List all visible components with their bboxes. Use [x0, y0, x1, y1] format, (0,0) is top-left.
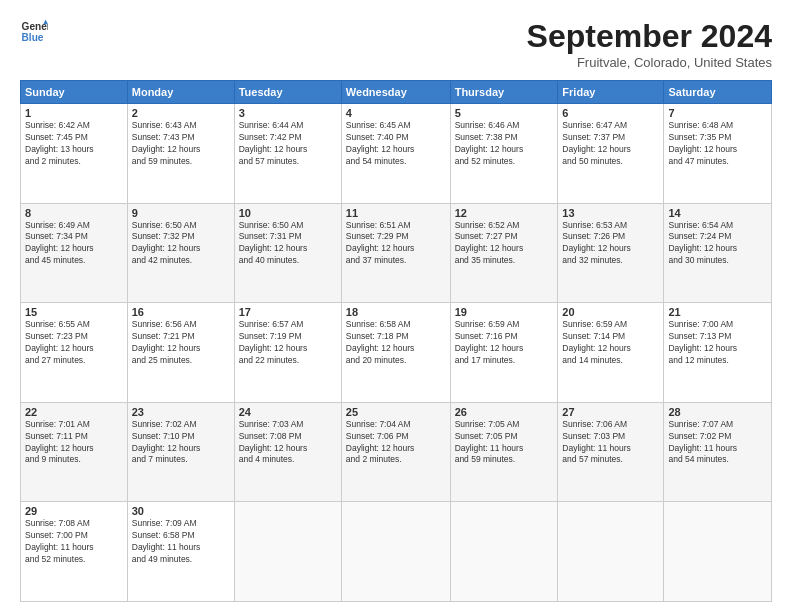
day-info: Sunrise: 7:07 AM Sunset: 7:02 PM Dayligh… [668, 419, 767, 467]
table-row: 24Sunrise: 7:03 AM Sunset: 7:08 PM Dayli… [234, 402, 341, 502]
day-info: Sunrise: 6:56 AM Sunset: 7:21 PM Dayligh… [132, 319, 230, 367]
day-number: 15 [25, 306, 123, 318]
day-number: 30 [132, 505, 230, 517]
day-info: Sunrise: 7:01 AM Sunset: 7:11 PM Dayligh… [25, 419, 123, 467]
day-info: Sunrise: 7:00 AM Sunset: 7:13 PM Dayligh… [668, 319, 767, 367]
day-number: 20 [562, 306, 659, 318]
table-row: 27Sunrise: 7:06 AM Sunset: 7:03 PM Dayli… [558, 402, 664, 502]
week-row-5: 29Sunrise: 7:08 AM Sunset: 7:00 PM Dayli… [21, 502, 772, 602]
week-row-3: 15Sunrise: 6:55 AM Sunset: 7:23 PM Dayli… [21, 303, 772, 403]
logo-icon: General Blue [20, 18, 48, 46]
col-thursday: Thursday [450, 81, 558, 104]
table-row [450, 502, 558, 602]
day-number: 23 [132, 406, 230, 418]
table-row: 30Sunrise: 7:09 AM Sunset: 6:58 PM Dayli… [127, 502, 234, 602]
day-number: 27 [562, 406, 659, 418]
table-row: 1Sunrise: 6:42 AM Sunset: 7:45 PM Daylig… [21, 104, 128, 204]
svg-text:Blue: Blue [22, 32, 44, 43]
day-info: Sunrise: 6:47 AM Sunset: 7:37 PM Dayligh… [562, 120, 659, 168]
calendar-table: Sunday Monday Tuesday Wednesday Thursday… [20, 80, 772, 602]
day-info: Sunrise: 6:58 AM Sunset: 7:18 PM Dayligh… [346, 319, 446, 367]
column-headers: Sunday Monday Tuesday Wednesday Thursday… [21, 81, 772, 104]
day-info: Sunrise: 6:54 AM Sunset: 7:24 PM Dayligh… [668, 220, 767, 268]
col-wednesday: Wednesday [341, 81, 450, 104]
table-row [341, 502, 450, 602]
table-row: 10Sunrise: 6:50 AM Sunset: 7:31 PM Dayli… [234, 203, 341, 303]
day-number: 28 [668, 406, 767, 418]
day-number: 9 [132, 207, 230, 219]
table-row: 28Sunrise: 7:07 AM Sunset: 7:02 PM Dayli… [664, 402, 772, 502]
day-info: Sunrise: 7:06 AM Sunset: 7:03 PM Dayligh… [562, 419, 659, 467]
day-number: 12 [455, 207, 554, 219]
day-info: Sunrise: 6:59 AM Sunset: 7:16 PM Dayligh… [455, 319, 554, 367]
location-subtitle: Fruitvale, Colorado, United States [527, 55, 772, 70]
table-row: 15Sunrise: 6:55 AM Sunset: 7:23 PM Dayli… [21, 303, 128, 403]
table-row: 25Sunrise: 7:04 AM Sunset: 7:06 PM Dayli… [341, 402, 450, 502]
table-row [234, 502, 341, 602]
month-title: September 2024 [527, 18, 772, 55]
day-info: Sunrise: 7:05 AM Sunset: 7:05 PM Dayligh… [455, 419, 554, 467]
table-row [664, 502, 772, 602]
col-friday: Friday [558, 81, 664, 104]
logo: General Blue [20, 18, 48, 46]
day-info: Sunrise: 6:55 AM Sunset: 7:23 PM Dayligh… [25, 319, 123, 367]
table-row: 12Sunrise: 6:52 AM Sunset: 7:27 PM Dayli… [450, 203, 558, 303]
table-row: 21Sunrise: 7:00 AM Sunset: 7:13 PM Dayli… [664, 303, 772, 403]
table-row: 26Sunrise: 7:05 AM Sunset: 7:05 PM Dayli… [450, 402, 558, 502]
table-row: 3Sunrise: 6:44 AM Sunset: 7:42 PM Daylig… [234, 104, 341, 204]
day-info: Sunrise: 7:03 AM Sunset: 7:08 PM Dayligh… [239, 419, 337, 467]
col-sunday: Sunday [21, 81, 128, 104]
day-info: Sunrise: 6:59 AM Sunset: 7:14 PM Dayligh… [562, 319, 659, 367]
day-info: Sunrise: 6:49 AM Sunset: 7:34 PM Dayligh… [25, 220, 123, 268]
day-info: Sunrise: 6:50 AM Sunset: 7:31 PM Dayligh… [239, 220, 337, 268]
table-row: 4Sunrise: 6:45 AM Sunset: 7:40 PM Daylig… [341, 104, 450, 204]
day-number: 19 [455, 306, 554, 318]
day-info: Sunrise: 6:52 AM Sunset: 7:27 PM Dayligh… [455, 220, 554, 268]
day-info: Sunrise: 6:57 AM Sunset: 7:19 PM Dayligh… [239, 319, 337, 367]
week-row-2: 8Sunrise: 6:49 AM Sunset: 7:34 PM Daylig… [21, 203, 772, 303]
day-number: 8 [25, 207, 123, 219]
day-number: 1 [25, 107, 123, 119]
day-number: 17 [239, 306, 337, 318]
day-number: 4 [346, 107, 446, 119]
table-row: 8Sunrise: 6:49 AM Sunset: 7:34 PM Daylig… [21, 203, 128, 303]
header: General Blue September 2024 Fruitvale, C… [20, 18, 772, 70]
table-row: 22Sunrise: 7:01 AM Sunset: 7:11 PM Dayli… [21, 402, 128, 502]
day-info: Sunrise: 6:44 AM Sunset: 7:42 PM Dayligh… [239, 120, 337, 168]
day-number: 5 [455, 107, 554, 119]
table-row: 23Sunrise: 7:02 AM Sunset: 7:10 PM Dayli… [127, 402, 234, 502]
day-info: Sunrise: 7:08 AM Sunset: 7:00 PM Dayligh… [25, 518, 123, 566]
day-info: Sunrise: 6:50 AM Sunset: 7:32 PM Dayligh… [132, 220, 230, 268]
day-number: 2 [132, 107, 230, 119]
week-row-1: 1Sunrise: 6:42 AM Sunset: 7:45 PM Daylig… [21, 104, 772, 204]
table-row: 18Sunrise: 6:58 AM Sunset: 7:18 PM Dayli… [341, 303, 450, 403]
table-row [558, 502, 664, 602]
col-monday: Monday [127, 81, 234, 104]
table-row: 5Sunrise: 6:46 AM Sunset: 7:38 PM Daylig… [450, 104, 558, 204]
day-info: Sunrise: 6:48 AM Sunset: 7:35 PM Dayligh… [668, 120, 767, 168]
table-row: 29Sunrise: 7:08 AM Sunset: 7:00 PM Dayli… [21, 502, 128, 602]
week-row-4: 22Sunrise: 7:01 AM Sunset: 7:11 PM Dayli… [21, 402, 772, 502]
table-row: 7Sunrise: 6:48 AM Sunset: 7:35 PM Daylig… [664, 104, 772, 204]
day-number: 16 [132, 306, 230, 318]
day-number: 21 [668, 306, 767, 318]
day-number: 11 [346, 207, 446, 219]
col-saturday: Saturday [664, 81, 772, 104]
calendar-page: General Blue September 2024 Fruitvale, C… [0, 0, 792, 612]
day-number: 13 [562, 207, 659, 219]
title-block: September 2024 Fruitvale, Colorado, Unit… [527, 18, 772, 70]
table-row: 19Sunrise: 6:59 AM Sunset: 7:16 PM Dayli… [450, 303, 558, 403]
day-number: 14 [668, 207, 767, 219]
day-number: 7 [668, 107, 767, 119]
day-info: Sunrise: 6:42 AM Sunset: 7:45 PM Dayligh… [25, 120, 123, 168]
day-number: 10 [239, 207, 337, 219]
day-info: Sunrise: 7:04 AM Sunset: 7:06 PM Dayligh… [346, 419, 446, 467]
day-info: Sunrise: 6:46 AM Sunset: 7:38 PM Dayligh… [455, 120, 554, 168]
table-row: 6Sunrise: 6:47 AM Sunset: 7:37 PM Daylig… [558, 104, 664, 204]
day-info: Sunrise: 6:51 AM Sunset: 7:29 PM Dayligh… [346, 220, 446, 268]
day-number: 22 [25, 406, 123, 418]
day-number: 25 [346, 406, 446, 418]
table-row: 17Sunrise: 6:57 AM Sunset: 7:19 PM Dayli… [234, 303, 341, 403]
day-number: 29 [25, 505, 123, 517]
day-number: 24 [239, 406, 337, 418]
